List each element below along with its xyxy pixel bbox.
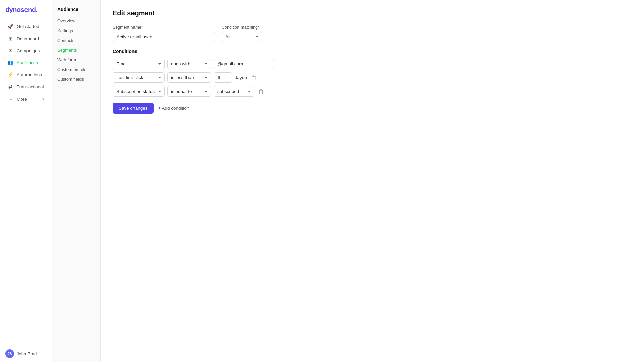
conditions-title: Conditions: [113, 49, 632, 54]
save-button[interactable]: Save changes: [113, 103, 154, 114]
delete-condition-2[interactable]: [250, 74, 258, 82]
sidebar-label-dashboard: Dashboard: [17, 36, 39, 41]
sidebar-item-campaigns[interactable]: ✉ Campaigns: [2, 45, 50, 56]
get-started-icon: 🚀: [7, 23, 13, 29]
add-condition-button[interactable]: + Add condition: [158, 106, 190, 111]
sidebar-label-transactional: Transactional: [17, 84, 44, 89]
sidebar-item-audiences[interactable]: 👥 Audiences: [2, 57, 50, 68]
conditions-section: Conditions Email Last link click Subscri…: [113, 49, 632, 97]
sub-nav-web-form[interactable]: Web form: [52, 55, 100, 65]
page-title: Edit segment: [113, 9, 632, 17]
sub-nav-segments[interactable]: Segments: [52, 45, 100, 55]
segment-name-input[interactable]: [113, 32, 215, 42]
sidebar-label-more: More: [17, 97, 27, 102]
logo: dynosend.: [0, 0, 52, 20]
sub-nav-settings[interactable]: Settings: [52, 26, 100, 36]
condition-value-input-2[interactable]: [214, 72, 232, 83]
sidebar-item-transactional[interactable]: ⇄ Transactional: [2, 81, 50, 93]
more-icon: ···: [7, 96, 13, 102]
sub-sidebar-title: Audience: [52, 5, 100, 16]
condition-field-select-2[interactable]: Email Last link click Subscription statu…: [113, 72, 165, 83]
sidebar-label-automations: Automations: [17, 72, 42, 77]
condition-row-2: Email Last link click Subscription statu…: [113, 72, 632, 83]
condition-matching-group: Condition matching* All Any: [222, 25, 262, 42]
sub-nav-overview[interactable]: Overview: [52, 16, 100, 26]
logo-text: dynosend.: [5, 6, 38, 13]
delete-condition-3[interactable]: [257, 87, 265, 96]
more-chevron-icon: ▾: [42, 97, 44, 101]
condition-operator-select-2[interactable]: is less than is greater than is equal to: [167, 72, 211, 83]
main-content: Edit segment Segment name* Condition mat…: [101, 0, 644, 362]
sub-nav-contacts[interactable]: Contacts: [52, 36, 100, 45]
condition-value-input-1[interactable]: [214, 59, 274, 69]
sidebar-label-campaigns: Campaigns: [17, 48, 40, 53]
condition-matching-select[interactable]: All Any: [222, 32, 262, 42]
sidebar-item-automations[interactable]: ⚡ Automations: [2, 69, 50, 80]
avatar: JB: [5, 349, 14, 358]
condition-row-1: Email Last link click Subscription statu…: [113, 59, 632, 69]
segment-name-label: Segment name*: [113, 25, 215, 30]
condition-row-3: Email Last link click Subscription statu…: [113, 86, 632, 97]
audiences-icon: 👥: [7, 60, 13, 66]
sidebar-item-more[interactable]: ··· More ▾: [2, 93, 50, 105]
sidebar-label-audiences: Audiences: [17, 60, 38, 65]
actions-row: Save changes + Add condition: [113, 103, 632, 114]
user-profile: JB John Brad: [0, 345, 52, 362]
automations-icon: ⚡: [7, 72, 13, 78]
sidebar: dynosend. 🚀 Get started ⊞ Dashboard ✉ Ca…: [0, 0, 52, 362]
sidebar-label-get-started: Get started: [17, 24, 39, 29]
top-form-row: Segment name* Condition matching* All An…: [113, 25, 632, 42]
segment-name-group: Segment name*: [113, 25, 215, 42]
condition-field-select-1[interactable]: Email Last link click Subscription statu…: [113, 59, 165, 69]
condition-operator-select-3[interactable]: is equal to is not equal to: [167, 86, 211, 97]
day-label-2: day(s): [235, 75, 247, 80]
campaigns-icon: ✉: [7, 48, 13, 54]
avatar-initials: JB: [8, 352, 12, 356]
sub-nav-custom-fields[interactable]: Custom fields: [52, 74, 100, 84]
sidebar-item-dashboard[interactable]: ⊞ Dashboard: [2, 33, 50, 44]
condition-operator-select-1[interactable]: ends with starts with contains equals: [167, 59, 211, 69]
condition-value-select-3[interactable]: subscribed unsubscribed: [214, 86, 254, 97]
condition-field-select-3[interactable]: Email Last link click Subscription statu…: [113, 86, 165, 97]
sub-nav-custom-emails[interactable]: Custom emails: [52, 65, 100, 74]
sub-sidebar: Audience Overview Settings Contacts Segm…: [52, 0, 101, 362]
condition-matching-label: Condition matching*: [222, 25, 262, 30]
user-name: John Brad: [17, 351, 37, 356]
dashboard-icon: ⊞: [7, 36, 13, 42]
sidebar-item-get-started[interactable]: 🚀 Get started: [2, 21, 50, 32]
transactional-icon: ⇄: [7, 84, 13, 90]
